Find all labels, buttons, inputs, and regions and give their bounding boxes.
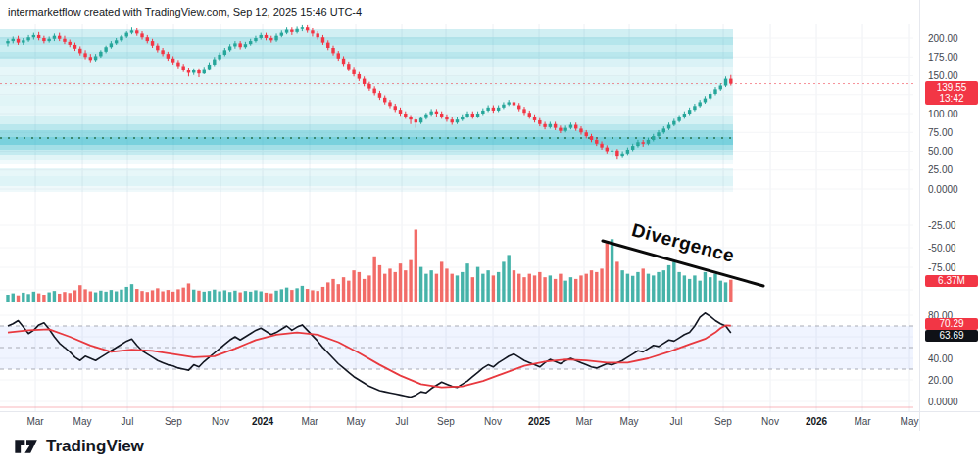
candle-body bbox=[486, 108, 489, 111]
volume-bar bbox=[26, 294, 29, 302]
candle-body bbox=[704, 99, 707, 103]
candle-body bbox=[12, 39, 15, 41]
candle-body bbox=[652, 136, 655, 140]
volume-bar bbox=[120, 290, 122, 302]
volume-bar bbox=[115, 292, 118, 303]
time-axis-label: Nov bbox=[484, 416, 502, 427]
volume-bar bbox=[611, 239, 613, 302]
volume-bar bbox=[615, 261, 618, 302]
volume-bar bbox=[497, 272, 500, 302]
candle-body bbox=[631, 146, 634, 150]
candle-body bbox=[32, 35, 35, 37]
volume-bar bbox=[409, 260, 412, 302]
candle-body bbox=[595, 140, 598, 144]
rsi-signal-badge: 70.29 bbox=[925, 318, 978, 330]
volume-bar bbox=[517, 274, 520, 302]
volume-bar bbox=[461, 272, 464, 302]
volume-bar bbox=[290, 290, 293, 302]
candle-body bbox=[461, 117, 464, 119]
time-axis-label: Sep bbox=[714, 416, 732, 427]
candle-body bbox=[683, 114, 686, 117]
volume-bar bbox=[306, 289, 309, 302]
price-axis-border bbox=[919, 0, 920, 431]
volume-bar bbox=[394, 272, 397, 302]
volume-bar bbox=[228, 292, 231, 302]
volume-bar bbox=[69, 293, 72, 302]
time-axis-label: Mar bbox=[575, 416, 592, 427]
volume-bar bbox=[167, 290, 170, 302]
bar-countdown: 13:42 bbox=[925, 93, 978, 104]
time-axis-label: May bbox=[620, 416, 639, 427]
candle-body bbox=[172, 59, 174, 63]
volume-bar bbox=[471, 277, 474, 302]
candle-body bbox=[254, 38, 257, 41]
volume-bar bbox=[321, 287, 324, 302]
volume-bar bbox=[486, 270, 489, 302]
volume-bar bbox=[647, 274, 650, 302]
volume-bar bbox=[378, 265, 381, 302]
tradingview-logo-link[interactable]: TradingView bbox=[14, 437, 144, 456]
candle-body bbox=[662, 128, 665, 132]
volume-bar bbox=[543, 277, 546, 302]
volume-bar bbox=[47, 293, 50, 302]
volume-bar bbox=[295, 288, 298, 302]
candle-body bbox=[311, 30, 314, 33]
candle-body bbox=[445, 117, 448, 119]
time-axis-label: Mar bbox=[854, 416, 870, 427]
volume-profile-band bbox=[0, 67, 733, 76]
candle-body bbox=[502, 105, 505, 108]
candle-body bbox=[698, 102, 701, 106]
volume-bar bbox=[94, 293, 97, 302]
volume-bar bbox=[260, 292, 263, 303]
time-axis-label: May bbox=[901, 416, 919, 427]
candle-body bbox=[409, 117, 412, 119]
last-price-badge: 139.55 13:42 bbox=[925, 81, 978, 105]
candle-body bbox=[326, 43, 329, 48]
volume-bar bbox=[667, 265, 670, 302]
candle-body bbox=[249, 41, 252, 44]
volume-bar bbox=[342, 277, 345, 302]
volume-bar bbox=[331, 279, 334, 302]
volume-bar bbox=[89, 292, 92, 303]
candle-body bbox=[642, 142, 645, 144]
candle-body bbox=[78, 49, 81, 54]
volume-bar bbox=[125, 287, 128, 302]
candle-body bbox=[415, 119, 417, 122]
candle-body bbox=[347, 64, 350, 69]
volume-bar bbox=[636, 272, 639, 302]
candle-body bbox=[306, 27, 309, 30]
candle-body bbox=[94, 56, 97, 60]
volume-bar bbox=[466, 263, 468, 302]
candle-body bbox=[208, 65, 211, 70]
volume-bar bbox=[677, 272, 680, 302]
candle-body bbox=[213, 60, 216, 65]
volume-bar bbox=[662, 270, 665, 302]
candle-body bbox=[47, 39, 50, 41]
volume-bar bbox=[274, 291, 277, 302]
candle-body bbox=[6, 41, 9, 43]
time-axis-label: Sep bbox=[437, 416, 455, 427]
candle-body bbox=[89, 57, 92, 60]
volume-bar bbox=[713, 274, 716, 302]
price-axis-label: 50.00 bbox=[928, 146, 975, 157]
volume-bar bbox=[579, 275, 582, 302]
volume-bar bbox=[363, 279, 366, 302]
volume-bar bbox=[326, 282, 329, 302]
candle-body bbox=[724, 79, 727, 86]
volume-bar bbox=[724, 282, 727, 302]
candle-body bbox=[104, 47, 107, 52]
volume-bar bbox=[311, 290, 314, 302]
candle-body bbox=[372, 89, 375, 94]
candle-body bbox=[69, 42, 72, 45]
candle-body bbox=[274, 36, 277, 41]
candle-body bbox=[404, 114, 407, 117]
chart-canvas[interactable] bbox=[0, 0, 980, 468]
price-axis-label: 200.00 bbox=[928, 33, 975, 44]
volume-bar bbox=[140, 291, 143, 302]
volume-bar bbox=[192, 290, 195, 302]
volume-bar bbox=[399, 263, 402, 302]
candle-body bbox=[569, 125, 572, 128]
candle-body bbox=[295, 29, 298, 32]
volume-bar bbox=[53, 291, 56, 302]
volume-bar bbox=[208, 291, 211, 302]
